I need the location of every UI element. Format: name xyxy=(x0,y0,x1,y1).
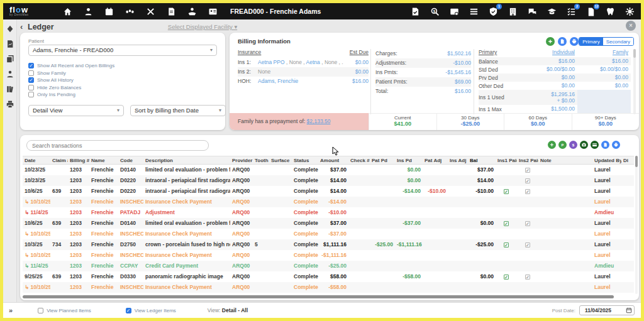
horizontal-scrollbar[interactable] xyxy=(23,295,631,298)
column-header-ins1[interactable]: Ins1 Paid xyxy=(496,156,517,164)
sidebar-books-icon[interactable] xyxy=(6,85,14,94)
statement-button[interactable] xyxy=(558,37,567,46)
documents-icon[interactable]: 12 xyxy=(586,6,596,16)
search-input[interactable] xyxy=(26,140,209,151)
ins1-paid-checkbox[interactable]: ✓ xyxy=(504,189,509,194)
view-select[interactable]: Detail View▾ xyxy=(28,105,124,116)
checkbox-box[interactable]: ✓ xyxy=(28,77,34,83)
toggle-secondary[interactable]: Secondary xyxy=(603,38,633,45)
checkbox-show-all-history[interactable]: ✓Show All History xyxy=(28,77,114,83)
imaging-icon[interactable] xyxy=(449,6,459,16)
ins2-paid-checkbox[interactable]: ✓ xyxy=(525,242,530,248)
home-icon[interactable] xyxy=(62,6,72,16)
settings-icon[interactable] xyxy=(625,6,635,16)
checkbox-box[interactable] xyxy=(28,70,34,76)
sort-select[interactable]: Sort by Billing then Date▾ xyxy=(130,105,226,116)
ins2-paid-checkbox[interactable]: ✓ xyxy=(525,178,530,183)
sidebar-chart-doc-icon[interactable] xyxy=(6,40,14,48)
transaction-row[interactable]: 10/6/256391203FrenchieD0220intraoral - p… xyxy=(23,186,634,197)
search-dollar-icon[interactable]: $ xyxy=(430,6,440,16)
column-header-ins2[interactable]: Ins2 Paid xyxy=(517,156,538,164)
checkbox-only-ins-pending[interactable]: Only Ins Pending xyxy=(28,92,114,97)
office-icon[interactable] xyxy=(508,6,518,16)
transaction-row[interactable]: ↳ 10/10/251203FrenchieINSCHECKInsurance … xyxy=(23,197,634,207)
print-button[interactable] xyxy=(612,141,620,149)
patient-icon[interactable] xyxy=(83,6,93,16)
add-transaction-button[interactable] xyxy=(548,141,556,149)
column-header-code[interactable]: Code xyxy=(118,156,143,164)
column-header-billing[interactable]: Billing # xyxy=(68,156,89,164)
checkbox-view-planned-items[interactable]: View Planned Items xyxy=(38,308,91,313)
checkbox-view-ledger-items[interactable]: ✓View Ledger Items xyxy=(126,308,176,313)
id-card-icon[interactable] xyxy=(208,6,218,16)
card-payment-button[interactable] xyxy=(591,141,599,149)
back-chevron-icon[interactable]: ‹ xyxy=(20,22,23,31)
messages-icon[interactable] xyxy=(527,6,537,16)
column-header-provider[interactable]: Provider xyxy=(230,156,253,164)
checkbox-box[interactable]: ✓ xyxy=(28,63,34,68)
sidebar-diamond-icon[interactable] xyxy=(6,24,14,33)
transaction-row[interactable]: ↳ 10/10/251203FrenchieINSCHECKInsurance … xyxy=(23,282,634,293)
select-facility-link[interactable]: Select Displayed Facility ▾ xyxy=(152,23,253,30)
list-icon[interactable] xyxy=(469,6,479,16)
ins2-paid-checkbox[interactable]: ✓ xyxy=(525,168,530,173)
document-check-icon[interactable] xyxy=(410,6,420,16)
apply-credit-button[interactable]: $ xyxy=(569,141,577,149)
column-header-updated[interactable]: Updated By xyxy=(592,156,621,164)
transaction-row[interactable]: 9/25/256391203FrenchieD0330panoramic rad… xyxy=(23,271,634,282)
insurance-link[interactable]: Aetna PPO xyxy=(258,59,285,65)
column-header-claim[interactable]: Claim # xyxy=(50,156,68,164)
ins2-paid-checkbox[interactable]: ✓ xyxy=(525,189,530,194)
column-header-disc[interactable]: Di xyxy=(621,156,631,164)
toggle-primary[interactable]: Primary xyxy=(579,38,603,45)
column-header-desc[interactable]: Description xyxy=(143,156,230,164)
transaction-row[interactable]: 10/23/251203FrenchieD0220intraoral - per… xyxy=(23,175,634,186)
calendar-icon[interactable] xyxy=(626,307,632,316)
checkbox-box[interactable] xyxy=(28,92,34,97)
column-header-amount[interactable]: Amount xyxy=(318,156,348,164)
prepayment-amount-link[interactable]: $2,133.50 xyxy=(307,118,331,124)
patient-select[interactable]: Adams, Frenchie - FREAD000▾ xyxy=(28,45,217,56)
dental-chart-icon[interactable] xyxy=(125,6,135,16)
column-header-tooth[interactable]: Tooth xyxy=(253,156,269,164)
tasks-icon[interactable]: 2 xyxy=(566,6,576,16)
column-header-check[interactable]: Check # xyxy=(348,156,370,164)
column-header-status[interactable]: Status xyxy=(292,156,318,164)
sidebar-patient-icon[interactable] xyxy=(6,70,14,79)
approvals-icon[interactable]: 1 xyxy=(488,6,498,16)
insurance-link[interactable]: Aetna xyxy=(306,59,320,65)
transaction-row[interactable]: ↳ 11/4/251203FrenchieCCPAYCredit Card Pa… xyxy=(23,261,634,271)
education-icon[interactable] xyxy=(547,6,557,16)
ins1-paid-checkbox[interactable]: ✓ xyxy=(504,242,509,248)
sidebar-printer-icon[interactable] xyxy=(6,100,14,109)
column-header-pat_pd[interactable]: Pat Pd xyxy=(370,156,395,164)
billing-icon[interactable] xyxy=(166,6,176,16)
checkbox-box[interactable] xyxy=(38,308,43,313)
transaction-row[interactable]: 10/23/251203FrenchieD0140limited oral ev… xyxy=(23,165,634,175)
calendar-icon[interactable] xyxy=(104,6,114,16)
column-header-note[interactable]: Note xyxy=(538,156,592,164)
transaction-row[interactable]: ↳ 10/10/251203FrenchieINSCHECKInsurance … xyxy=(23,250,634,261)
post-date-input[interactable]: 11/04/2025 xyxy=(579,305,635,315)
column-header-ins_pd[interactable]: Ins Pd xyxy=(395,156,423,164)
column-header-pat_adj[interactable]: Pat Adj xyxy=(423,156,448,164)
checkbox-hide-zero-balances[interactable]: Hide Zero Balances xyxy=(28,85,114,90)
column-header-ins_adj[interactable]: Ins Adj xyxy=(448,156,468,164)
ins2-paid-checkbox[interactable]: ✓ xyxy=(525,275,530,280)
ins1-paid-checkbox[interactable]: ✓ xyxy=(504,275,509,280)
checkbox-box[interactable] xyxy=(28,85,34,90)
post-payment-button[interactable]: P xyxy=(558,141,567,149)
transaction-row[interactable]: ↳ 10/10/251203FrenchieINSCHECKInsurance … xyxy=(23,229,634,239)
tools-icon[interactable] xyxy=(145,6,155,16)
close-icon[interactable]: × xyxy=(626,21,636,31)
insurance-link[interactable]: Adams, Frenchie xyxy=(258,78,298,84)
vertical-scrollbar[interactable] xyxy=(635,156,638,294)
checkbox-box[interactable]: ✓ xyxy=(126,308,131,313)
statement-button[interactable] xyxy=(601,141,609,149)
sidebar-copy-icon[interactable] xyxy=(6,55,14,63)
checkbox-show-all-recent-and-open-billings[interactable]: ✓Show All Recent and Open Billings xyxy=(28,63,114,68)
tooth-icon[interactable] xyxy=(605,6,615,16)
ins1-paid-checkbox[interactable]: ✓ xyxy=(504,221,509,226)
print-button[interactable] xyxy=(570,37,579,46)
coverage-scrollbar[interactable] xyxy=(633,49,636,114)
